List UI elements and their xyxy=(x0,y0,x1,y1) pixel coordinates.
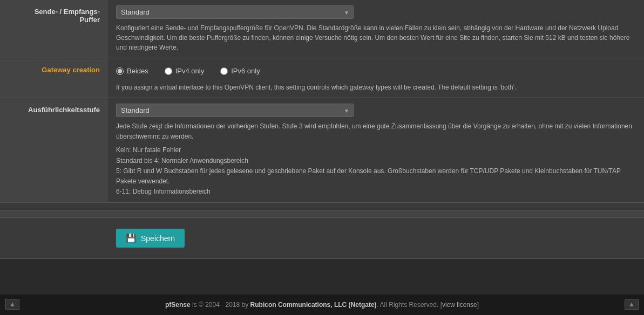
save-button[interactable]: 💾 Speichern xyxy=(116,229,185,248)
verbosity-select[interactable]: Standard 0 1 2 3 4 5 6 7 8 9 10 11 xyxy=(116,104,354,117)
footer-text: pfSense is © 2004 - 2018 by Rubicon Comm… xyxy=(165,301,479,309)
send-buffer-select[interactable]: Standard 64 kB 128 kB 256 kB 512 kB 1 MB… xyxy=(116,5,354,19)
send-buffer-label: Sende- / Empfangs- Puffer xyxy=(0,0,108,58)
verbosity-row: Ausführlichkeitsstufe Standard 0 1 2 3 4… xyxy=(0,98,644,203)
radio-ipv4[interactable] xyxy=(165,67,172,75)
radio-both[interactable] xyxy=(116,67,124,75)
gateway-creation-description: If you assign a virtual interface to thi… xyxy=(116,83,636,92)
verbosity-item-2: 5: Gibt R und W Buchstaben für jedes gel… xyxy=(116,166,636,187)
verbosity-select-wrapper: Standard 0 1 2 3 4 5 6 7 8 9 10 11 xyxy=(116,104,354,117)
gateway-radio-group: Beides IPv4 only IPv6 only xyxy=(116,64,636,78)
radio-option-ipv4[interactable]: IPv4 only xyxy=(165,67,204,75)
verbosity-list: Kein: Nur fatale Fehler Standard bis 4: … xyxy=(116,145,636,197)
view-license-link[interactable]: view license xyxy=(442,301,477,309)
send-buffer-description: Konfiguriert eine Sende- und Empfangspuf… xyxy=(116,23,636,52)
verbosity-control: Standard 0 1 2 3 4 5 6 7 8 9 10 11 Jede … xyxy=(108,98,644,202)
footer-brand: pfSense xyxy=(165,301,191,309)
send-buffer-row: Sende- / Empfangs- Puffer Standard 64 kB… xyxy=(0,0,644,58)
radio-ipv6[interactable] xyxy=(220,67,228,75)
gateway-creation-row: Gateway creation Beides IPv4 only IPv6 o… xyxy=(0,58,644,98)
gateway-creation-control: Beides IPv4 only IPv6 only If you assign… xyxy=(108,58,644,98)
verbosity-label: Ausführlichkeitsstufe xyxy=(0,98,108,202)
separator-row-1 xyxy=(0,203,644,210)
footer-company: Rubicon Communications, LLC (Netgate) xyxy=(250,301,377,309)
send-buffer-select-wrapper: Standard 64 kB 128 kB 256 kB 512 kB 1 MB… xyxy=(116,5,354,19)
save-button-label: Speichern xyxy=(141,234,175,243)
separator-row-2 xyxy=(0,210,644,218)
radio-option-both[interactable]: Beides xyxy=(116,67,148,75)
verbosity-item-3: 6-11: Debug Informationsbereich xyxy=(116,187,636,197)
radio-option-ipv6[interactable]: IPv6 only xyxy=(220,67,260,75)
footer-icon-right: ▲ xyxy=(625,299,639,310)
footer-icon-left: ▲ xyxy=(5,299,19,310)
radio-ipv4-label: IPv4 only xyxy=(175,67,204,75)
save-area: 💾 Speichern xyxy=(0,218,644,259)
page-wrapper: Sende- / Empfangs- Puffer Standard 64 kB… xyxy=(0,0,644,291)
verbosity-desc-main: Jede Stufe zeigt die Informationen der v… xyxy=(116,121,636,142)
verbosity-item-1: Standard bis 4: Normaler Anwendungsberei… xyxy=(116,156,636,166)
gateway-creation-label: Gateway creation xyxy=(0,58,108,98)
radio-both-label: Beides xyxy=(127,67,148,75)
radio-ipv6-label: IPv6 only xyxy=(231,67,260,75)
verbosity-description: Jede Stufe zeigt die Informationen der v… xyxy=(116,121,636,197)
verbosity-item-0: Kein: Nur fatale Fehler xyxy=(116,145,636,155)
save-icon: 💾 xyxy=(126,233,137,243)
footer: ▲ pfSense is © 2004 - 2018 by Rubicon Co… xyxy=(0,295,644,315)
send-buffer-control: Standard 64 kB 128 kB 256 kB 512 kB 1 MB… xyxy=(108,0,644,58)
